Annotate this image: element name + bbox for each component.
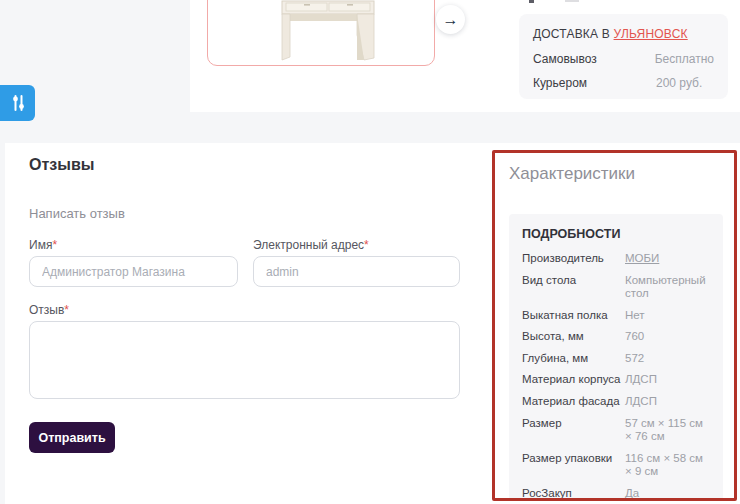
delivery-city-link[interactable]: УЛЬЯНОВСК — [614, 27, 688, 41]
label-text: Имя — [29, 238, 52, 252]
label-text: Электронный адрес — [253, 238, 364, 252]
characteristic-row: Глубина, мм 572 — [522, 352, 710, 366]
characteristic-value: Нет — [625, 309, 710, 323]
delivery-price-value: 200 руб. — [656, 76, 702, 90]
characteristic-row: РосЗакуп Да — [522, 487, 710, 501]
characteristic-value: 572 — [625, 352, 710, 366]
delivery-title: ДОСТАВКА В УЛЬЯНОВСК — [533, 27, 714, 41]
characteristic-label: Материал корпуса — [522, 373, 625, 387]
review-textarea[interactable] — [29, 321, 460, 399]
compare-floating-button[interactable] — [0, 85, 35, 121]
characteristic-value: МОБИ — [625, 252, 710, 266]
required-asterisk: * — [64, 303, 69, 317]
label-text: Отзыв — [29, 303, 64, 317]
name-field-label: Имя* — [29, 238, 57, 252]
characteristic-label: Производитель — [522, 252, 625, 266]
details-panel: ПОДРОБНОСТИ Производитель МОБИ Вид стола… — [509, 214, 723, 501]
carousel-next-button[interactable]: → — [436, 5, 465, 34]
characteristic-value: ЛДСП — [625, 373, 710, 387]
submit-review-button[interactable]: Отправить — [29, 422, 115, 453]
characteristic-row: Вид стола Компьютерный стол — [522, 274, 710, 301]
characteristic-value: 57 см × 115 см × 76 см — [625, 417, 710, 444]
product-desk-image — [278, 0, 378, 61]
review-field-label: Отзыв* — [29, 303, 69, 317]
characteristic-label: Выкатная полка — [522, 309, 625, 323]
characteristic-label: Размер — [522, 417, 625, 444]
delivery-row-courier: Курьером 200 руб. — [533, 76, 714, 90]
characteristics-rows: Производитель МОБИ Вид стола Компьютерны… — [522, 252, 710, 501]
clipped-text-remnant — [565, 0, 579, 2]
clipped-text-remnant — [529, 0, 534, 3]
delivery-title-prefix: ДОСТАВКА В — [533, 27, 614, 41]
reviews-title: Отзывы — [29, 156, 94, 174]
delivery-card: ДОСТАВКА В УЛЬЯНОВСК Самовывоз Бесплатно… — [519, 14, 728, 99]
characteristic-label: Высота, мм — [522, 330, 625, 344]
details-section-title: ПОДРОБНОСТИ — [522, 227, 710, 241]
characteristic-row: Материал корпуса ЛДСП — [522, 373, 710, 387]
delivery-method-label: Самовывоз — [533, 52, 655, 66]
delivery-row-pickup: Самовывоз Бесплатно — [533, 52, 714, 66]
write-review-subtitle: Написать отзыв — [29, 206, 125, 221]
characteristic-value: 116 см × 58 см × 9 см — [625, 452, 710, 479]
product-image-frame[interactable] — [207, 0, 435, 66]
characteristic-row: Размер упаковки 116 см × 58 см × 9 см — [522, 452, 710, 479]
required-asterisk: * — [52, 238, 57, 252]
characteristic-row: Производитель МОБИ — [522, 252, 710, 266]
required-asterisk: * — [364, 238, 369, 252]
characteristic-label: Вид стола — [522, 274, 625, 301]
characteristic-value: ЛДСП — [625, 395, 710, 409]
email-input[interactable] — [253, 256, 460, 287]
characteristic-row: Размер 57 см × 115 см × 76 см — [522, 417, 710, 444]
characteristic-row: Материал фасада ЛДСП — [522, 395, 710, 409]
sliders-icon — [11, 95, 26, 111]
characteristic-row: Высота, мм 760 — [522, 330, 710, 344]
characteristic-label: Глубина, мм — [522, 352, 625, 366]
characteristic-label: Размер упаковки — [522, 452, 625, 479]
product-card: → ДОСТАВКА В УЛЬЯНОВСК Самовывоз Бесплат… — [190, 0, 740, 112]
characteristic-label: РосЗакуп — [522, 487, 625, 501]
characteristic-value: Компьютерный стол — [625, 274, 710, 301]
delivery-method-label: Курьером — [533, 76, 656, 90]
characteristics-panel: Характеристики ПОДРОБНОСТИ Производитель… — [492, 150, 737, 501]
delivery-price-value: Бесплатно — [655, 52, 714, 66]
email-field-label: Электронный адрес* — [253, 238, 369, 252]
characteristic-value: 760 — [625, 330, 710, 344]
characteristic-row: Выкатная полка Нет — [522, 309, 710, 323]
characteristic-value: Да — [625, 487, 710, 501]
arrow-right-icon: → — [443, 11, 459, 29]
characteristics-title: Характеристики — [509, 164, 635, 184]
name-input[interactable] — [29, 256, 238, 287]
characteristic-label: Материал фасада — [522, 395, 625, 409]
